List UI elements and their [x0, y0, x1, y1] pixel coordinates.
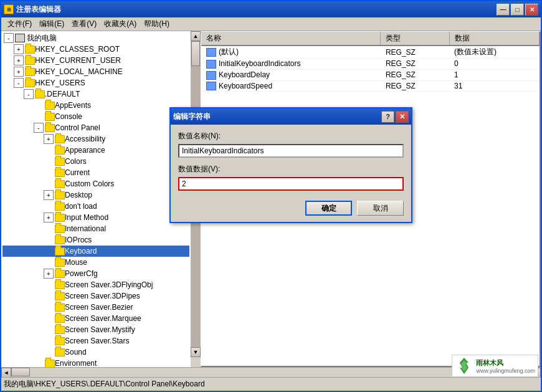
tree-label-console: Console: [55, 112, 82, 121]
folder-icon-environment: [45, 360, 55, 368]
tree-label-ss3dpipes: Screen Saver.3DPipes: [65, 292, 140, 300]
scroll-left-button[interactable]: ◄: [1, 368, 11, 378]
table-row[interactable]: (默认)REG_SZ(数值未设置): [201, 45, 540, 59]
scroll-thumb[interactable]: [191, 41, 200, 66]
tree-item-appearance[interactable]: Appearance: [2, 145, 189, 156]
tree-item-console[interactable]: Console: [2, 111, 189, 122]
expand-mycomputer[interactable]: -: [4, 33, 14, 43]
expand-accessibility[interactable]: +: [44, 134, 54, 144]
table-row[interactable]: InitialKeyboardIndicatorsREG_SZ0: [201, 59, 540, 70]
tree-item-ioprocs[interactable]: IOProcs: [2, 234, 189, 246]
tree-item-hkcr[interactable]: + HKEY_CLASSES_ROOT: [2, 44, 189, 55]
tree-item-customcolors[interactable]: Custom Colors: [2, 178, 189, 189]
menu-help[interactable]: 帮助(H): [140, 17, 173, 31]
minimize-button[interactable]: —: [497, 4, 510, 16]
tree-item-mouse[interactable]: Mouse: [2, 257, 189, 268]
expand-controlpanel[interactable]: -: [34, 123, 44, 133]
tree-item-mycomputer[interactable]: - 我的电脑: [2, 32, 189, 44]
menu-file[interactable]: 文件(F): [4, 17, 36, 31]
tree-label-ssbezier: Screen Saver.Bezier: [65, 303, 133, 312]
tree-item-desktop[interactable]: + Desktop: [2, 189, 189, 201]
title-bar-left: ⊞ 注册表编辑器: [4, 4, 61, 15]
tree-item-appevents[interactable]: AppEvents: [2, 100, 189, 111]
cell-type: REG_SZ: [381, 59, 449, 70]
tree-item-current[interactable]: Current: [2, 167, 189, 178]
reg-value-icon: [206, 48, 216, 57]
dialog-ok-button[interactable]: 确定: [305, 201, 352, 216]
tree-item-ssmarquee[interactable]: Screen Saver.Marquee: [2, 313, 189, 324]
watermark: 雨林木风 www.yulingmufeng.com: [452, 355, 538, 377]
expand-hklm[interactable]: +: [14, 67, 24, 77]
close-button[interactable]: ✕: [525, 4, 538, 16]
col-header-type[interactable]: 类型: [381, 32, 449, 45]
scroll-thumb-bottom[interactable]: [11, 368, 30, 376]
expand-default[interactable]: -: [24, 89, 34, 99]
menu-favorites[interactable]: 收藏夹(A): [100, 17, 140, 31]
expand-hkcr[interactable]: +: [14, 44, 24, 54]
tree-item-ss3dfly[interactable]: Screen Saver.3DFlyingObj: [2, 279, 189, 290]
dialog-data-input[interactable]: [178, 177, 404, 191]
cell-name: KeyboardSpeed: [201, 80, 381, 92]
table-row[interactable]: KeyboardSpeedREG_SZ31: [201, 80, 540, 92]
tree-label-hklm: HKEY_LOCAL_MACHINE: [35, 67, 123, 76]
tree-item-international[interactable]: International: [2, 223, 189, 234]
tree-item-ssmystify[interactable]: Screen Saver.Mystify: [2, 324, 189, 335]
tree-item-hklm[interactable]: + HKEY_LOCAL_MACHINE: [2, 66, 189, 77]
dialog-close-button[interactable]: ✕: [396, 111, 409, 123]
menu-view[interactable]: 查看(V): [68, 17, 100, 31]
tree-item-inputmethod[interactable]: + Input Method: [2, 212, 189, 223]
tree-label-colors: Colors: [65, 157, 87, 166]
expand-powercfg[interactable]: +: [44, 269, 54, 279]
cell-data: 0: [449, 59, 539, 70]
folder-icon-ssbezier: [55, 304, 65, 312]
tree-item-hku[interactable]: - HKEY_USERS: [2, 77, 189, 88]
expand-desktop[interactable]: +: [44, 190, 54, 200]
col-header-data[interactable]: 数据: [449, 32, 539, 45]
tree-item-controlpanel[interactable]: - Control Panel: [2, 122, 189, 133]
tree-item-ssstars[interactable]: Screen Saver.Stars: [2, 335, 189, 347]
dialog-title-bar: 编辑字符串 ? ✕: [171, 108, 411, 125]
tree-label-hkcu: HKEY_CURRENT_USER: [35, 56, 121, 65]
tree-item-ssbezier[interactable]: Screen Saver.Bezier: [2, 302, 189, 313]
dialog-name-input[interactable]: [178, 144, 404, 158]
maximize-button[interactable]: □: [511, 4, 524, 16]
folder-icon-controlpanel: [45, 124, 55, 132]
watermark-line2: www.yulingmufeng.com: [476, 368, 535, 374]
folder-icon-colors: [55, 158, 65, 166]
tree-item-keyboard[interactable]: Keyboard: [2, 246, 189, 257]
expand-hku[interactable]: -: [14, 78, 24, 88]
cell-data: 31: [449, 80, 539, 92]
tree-item-accessibility[interactable]: + Accessibility: [2, 133, 189, 145]
folder-icon-ssstars: [55, 337, 65, 345]
tree-label-environment: Environment: [55, 359, 97, 367]
folder-icon-ssmystify: [55, 326, 65, 334]
scroll-up-button[interactable]: ▲: [191, 31, 201, 41]
expand-hkcu[interactable]: +: [14, 55, 24, 65]
cell-name: KeyboardDelay: [201, 69, 381, 80]
tree-item-environment[interactable]: Environment: [2, 358, 189, 367]
tree-item-ss3dpipes[interactable]: Screen Saver.3DPipes: [2, 290, 189, 302]
tree-label-sound: Sound: [65, 348, 87, 356]
tree-item-dontload[interactable]: don't load: [2, 201, 189, 212]
tree-item-default[interactable]: - .DEFAULT: [2, 88, 189, 100]
folder-icon-accessibility: [55, 135, 65, 143]
tree-label-current: Current: [65, 168, 90, 177]
status-bar: 我的电脑\HKEY_USERS\.DEFAULT\Control Panel\K…: [1, 377, 541, 391]
tree-label-accessibility: Accessibility: [65, 135, 105, 143]
tree-item-hkcu[interactable]: + HKEY_CURRENT_USER: [2, 55, 189, 66]
menu-edit[interactable]: 编辑(E): [36, 17, 68, 31]
col-header-name[interactable]: 名称: [201, 32, 381, 45]
cell-type: REG_SZ: [381, 69, 449, 80]
cell-data: (数值未设置): [449, 45, 539, 59]
dialog-help-button[interactable]: ?: [381, 111, 394, 123]
dialog-content: 数值名称(N): 数值数据(V): 确定 取消: [171, 125, 411, 222]
scroll-down-button[interactable]: ▼: [191, 347, 201, 357]
tree-item-sound[interactable]: Sound: [2, 347, 189, 358]
tree-item-powercfg[interactable]: + PowerCfg: [2, 268, 189, 279]
dialog-cancel-button[interactable]: 取消: [357, 201, 404, 216]
folder-icon-customcolors: [55, 180, 65, 188]
tree-scroll-area[interactable]: - 我的电脑 + HKEY_CLASSES_ROOT +: [1, 31, 191, 367]
tree-item-colors[interactable]: Colors: [2, 156, 189, 167]
table-row[interactable]: KeyboardDelayREG_SZ1: [201, 69, 540, 80]
expand-inputmethod[interactable]: +: [44, 213, 54, 222]
